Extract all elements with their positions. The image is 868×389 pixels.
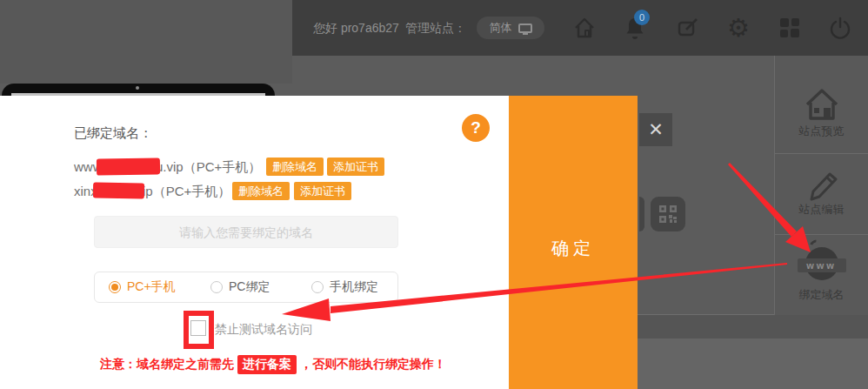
home-icon[interactable]	[571, 15, 598, 41]
page-top-left-area	[0, 0, 292, 84]
sidebar-item-site-edit[interactable]: 站点编辑	[775, 154, 868, 235]
domain-input[interactable]	[94, 216, 398, 248]
settings-gear-icon[interactable]: ⚙	[725, 15, 751, 41]
confirm-button-label: 确定	[509, 237, 638, 260]
background-band-light	[638, 339, 868, 389]
notification-count-badge: 0	[634, 10, 650, 25]
monitor-icon	[518, 23, 532, 33]
qr-code-icon	[659, 205, 677, 223]
sidebar-item-bind-domain[interactable]: www 绑定域名	[775, 235, 868, 315]
radio-icon	[210, 281, 223, 293]
note-suffix: ，否则不能执行绑定操作！	[300, 357, 446, 372]
bind-type-radio-group: PC+手机 PC绑定 手机绑定	[94, 272, 398, 303]
add-certificate-button[interactable]: 添加证书	[294, 182, 351, 200]
delete-domain-button[interactable]: 删除域名	[232, 182, 290, 200]
apps-grid-icon[interactable]	[777, 15, 803, 41]
sidebar-item-label: 站点预览	[775, 124, 868, 139]
help-icon[interactable]: ?	[462, 114, 490, 142]
sidebar-item-label: 绑定域名	[775, 287, 868, 303]
close-icon[interactable]: ✕	[639, 113, 672, 146]
note-prefix: 注意：域名绑定之前需先	[100, 357, 234, 372]
add-certificate-button[interactable]: 添加证书	[327, 158, 384, 176]
hidden-button-sliver	[639, 197, 644, 231]
sidebar-item-label: 站点编辑	[775, 202, 868, 218]
sidebar-item-site-preview[interactable]: 站点预览	[775, 56, 868, 154]
greeting-text: 您好 pro7a6b27	[313, 21, 399, 37]
house-icon	[802, 85, 842, 129]
bound-domains-title: 已绑定域名：	[74, 125, 152, 142]
radio-pc-plus-mobile[interactable]: PC+手机	[109, 272, 176, 302]
manage-site-label: 管理站点：	[405, 21, 466, 37]
tablet-camera-dot	[136, 86, 139, 90]
binding-note: 注意：域名绑定之前需先 进行备案 ，否则不能执行绑定操作！	[100, 355, 446, 374]
redaction-scribble	[93, 182, 144, 198]
domain-text-post: ip（PC+手机）	[143, 184, 230, 200]
delete-domain-button[interactable]: 删除域名	[266, 158, 324, 176]
redaction-scribble	[97, 158, 160, 175]
confirm-button[interactable]: 确定	[509, 96, 638, 389]
forbid-test-domain-checkbox[interactable]	[190, 320, 206, 336]
power-logout-icon[interactable]	[827, 15, 853, 41]
filing-record-link[interactable]: 进行备案	[237, 355, 297, 374]
site-sidebar: 站点预览 站点编辑 www 绑定域名	[774, 56, 868, 315]
qr-code-button[interactable]	[651, 197, 685, 231]
www-globe-icon: www	[798, 244, 846, 284]
background-band-dark	[638, 315, 868, 339]
radio-pc-bind[interactable]: PC绑定	[210, 272, 270, 302]
forbid-test-domain-label: 禁止测试域名访问	[215, 322, 312, 338]
language-toggle-button[interactable]: 简体	[477, 17, 544, 39]
edit-compose-icon[interactable]	[675, 15, 701, 41]
language-label: 简体	[490, 20, 512, 36]
radio-selected-icon	[109, 281, 121, 293]
domain-text-post: u.vip（PC+手机）	[156, 159, 261, 176]
radio-icon	[311, 281, 324, 293]
radio-mobile-bind[interactable]: 手机绑定	[311, 272, 378, 302]
